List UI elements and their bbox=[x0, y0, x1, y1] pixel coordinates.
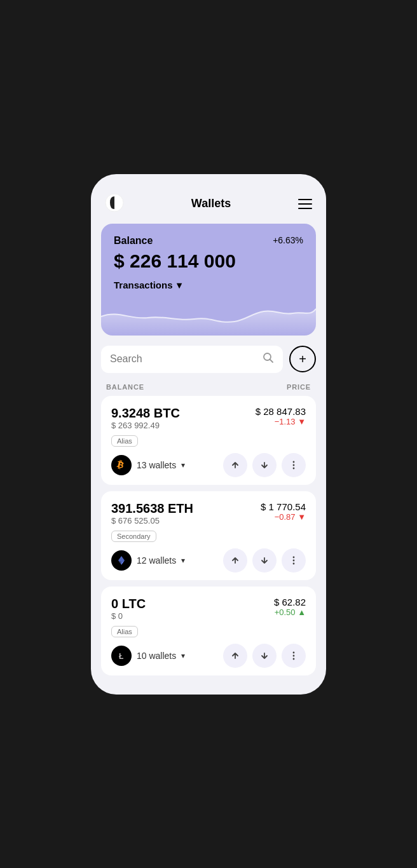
menu-button[interactable] bbox=[298, 199, 312, 209]
btc-logo bbox=[111, 455, 132, 475]
coin-card-ltc: 0 LTC $ 0 $ 62.82 +0.50 ▲ Alias Ł bbox=[101, 587, 316, 675]
eth-expand-icon[interactable]: ▾ bbox=[181, 556, 185, 565]
price-header-label: PRICE bbox=[287, 383, 311, 391]
svg-point-4 bbox=[293, 467, 295, 469]
ltc-amount: 0 LTC bbox=[111, 597, 146, 611]
btc-usd: $ 263 992.49 bbox=[111, 421, 180, 430]
eth-logo bbox=[111, 550, 132, 571]
btc-amount: 9.3248 BTC bbox=[111, 406, 180, 421]
transactions-button[interactable]: Transactions ▾ bbox=[114, 280, 182, 291]
ltc-tag: Alias bbox=[111, 626, 138, 637]
svg-point-15 bbox=[293, 658, 295, 660]
ltc-price: $ 62.82 bbox=[274, 597, 306, 607]
coin-card-btc: 9.3248 BTC $ 263 992.49 $ 28 847.83 −1.1… bbox=[101, 396, 316, 485]
eth-amount: 391.5638 ETH bbox=[111, 501, 193, 516]
search-area: + bbox=[91, 346, 326, 381]
balance-header-label: BALANCE bbox=[106, 383, 144, 391]
btc-more-button[interactable] bbox=[282, 453, 306, 477]
search-input[interactable] bbox=[110, 353, 263, 365]
btc-wallets-count: 13 wallets bbox=[137, 460, 176, 470]
eth-change: −0.87 ▼ bbox=[261, 512, 306, 522]
balance-chart bbox=[101, 297, 316, 336]
phone-frame: Wallets Balance +6.63% $ 226 114 000 Tra… bbox=[91, 174, 326, 695]
svg-point-3 bbox=[293, 464, 295, 466]
ltc-change: +0.50 ▲ bbox=[274, 607, 306, 617]
ltc-receive-button[interactable] bbox=[252, 644, 277, 668]
svg-point-9 bbox=[293, 559, 295, 561]
ltc-wallets-count: 10 wallets bbox=[137, 651, 176, 661]
btc-receive-button[interactable] bbox=[252, 453, 277, 477]
btc-send-button[interactable] bbox=[223, 453, 247, 477]
svg-point-2 bbox=[293, 461, 295, 463]
coin-card-eth: 391.5638 ETH $ 676 525.05 $ 1 770.54 −0.… bbox=[101, 491, 316, 580]
svg-point-13 bbox=[293, 651, 295, 653]
page-title: Wallets bbox=[191, 197, 231, 210]
btc-price: $ 28 847.83 bbox=[256, 406, 306, 417]
svg-text:Ł: Ł bbox=[119, 652, 123, 661]
header: Wallets bbox=[91, 187, 326, 224]
btc-tag: Alias bbox=[111, 435, 138, 447]
eth-price: $ 1 770.54 bbox=[261, 501, 306, 512]
plus-icon: + bbox=[299, 352, 306, 367]
eth-more-button[interactable] bbox=[282, 548, 306, 573]
eth-send-button[interactable] bbox=[223, 548, 247, 573]
balance-percent: +6.63% bbox=[273, 235, 303, 245]
add-wallet-button[interactable]: + bbox=[289, 346, 316, 372]
ltc-usd: $ 0 bbox=[111, 611, 146, 621]
btc-change: −1.13 ▼ bbox=[256, 417, 306, 426]
ltc-send-button[interactable] bbox=[223, 644, 247, 668]
ltc-logo: Ł bbox=[111, 646, 132, 666]
balance-amount: $ 226 114 000 bbox=[114, 250, 303, 272]
coins-list: 9.3248 BTC $ 263 992.49 $ 28 847.83 −1.1… bbox=[91, 396, 326, 675]
svg-point-10 bbox=[293, 562, 295, 564]
logo-icon bbox=[105, 193, 124, 215]
ltc-more-button[interactable] bbox=[282, 644, 306, 668]
btc-expand-icon[interactable]: ▾ bbox=[181, 461, 185, 470]
ltc-expand-icon[interactable]: ▾ bbox=[181, 651, 185, 660]
chevron-down-icon: ▾ bbox=[177, 280, 182, 291]
svg-point-14 bbox=[293, 654, 295, 656]
eth-usd: $ 676 525.05 bbox=[111, 516, 193, 526]
table-headers: BALANCE PRICE bbox=[91, 381, 326, 396]
balance-card: Balance +6.63% $ 226 114 000 Transaction… bbox=[101, 224, 316, 336]
search-icon bbox=[263, 352, 274, 367]
search-wrapper bbox=[101, 346, 283, 373]
eth-receive-button[interactable] bbox=[252, 548, 277, 573]
eth-tag: Secondary bbox=[111, 531, 156, 542]
svg-point-8 bbox=[293, 556, 295, 558]
balance-label: Balance bbox=[114, 235, 153, 247]
eth-wallets-count: 12 wallets bbox=[137, 555, 176, 566]
